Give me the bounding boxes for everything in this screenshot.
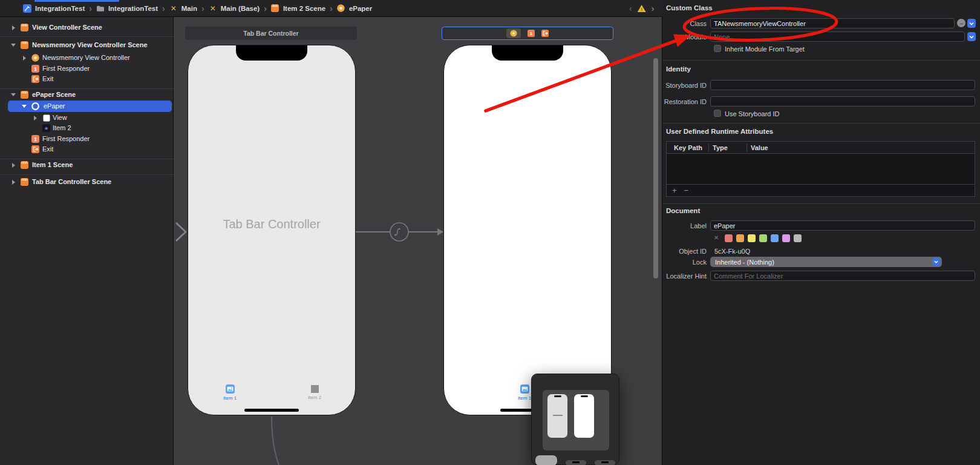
scene-icon	[21, 24, 28, 31]
outline-label: Newsmemory View Controller Scene	[32, 41, 148, 48]
section-divider	[662, 203, 980, 204]
home-indicator	[244, 409, 299, 412]
table-footer: + −	[667, 184, 975, 196]
exit-icon[interactable]	[541, 30, 549, 37]
outline-label: Item 2	[53, 124, 71, 131]
remove-attribute-button[interactable]: −	[684, 186, 689, 195]
jump-to-class-icon[interactable]: →	[957, 19, 965, 27]
xcode-window: IntegrationTest › IntegrationTest › ✕ Ma…	[0, 0, 980, 465]
add-attribute-button[interactable]: +	[672, 186, 677, 195]
color-tag-row: ✕	[714, 234, 895, 242]
runtime-attributes-table[interactable]: Key Path Type Value + −	[666, 141, 975, 197]
breadcrumb-separator: ›	[158, 4, 169, 13]
storyboard-minimap[interactable]	[531, 374, 619, 465]
module-field[interactable]	[710, 31, 965, 42]
section-title-custom-class: Custom Class	[666, 4, 713, 12]
color-swatch[interactable]	[794, 234, 802, 242]
back-button[interactable]: ‹	[629, 0, 632, 17]
outline-row-first-responder[interactable]: 1 First Responder	[0, 134, 174, 145]
class-field[interactable]	[710, 18, 955, 28]
table-header: Key Path Type Value	[667, 142, 975, 154]
storyboard-id-field[interactable]	[710, 80, 975, 90]
outline-divider	[0, 36, 174, 37]
outline-row-epaper-scene[interactable]: ePaper Scene	[0, 90, 174, 101]
disclosure-chevron-icon[interactable]	[12, 180, 15, 185]
color-swatch[interactable]	[748, 234, 756, 242]
breadcrumb-storyboard[interactable]: ✕ Main	[169, 4, 197, 13]
outline-row-newsmemory-scene[interactable]: Newsmemory View Controller Scene	[0, 40, 174, 51]
epaper-header-selected[interactable]: 1	[442, 27, 613, 40]
outline-row-exit[interactable]: Exit	[0, 74, 174, 85]
lock-dropdown[interactable]: Inherited - (Nothing)	[710, 257, 942, 267]
photo-icon	[226, 384, 235, 394]
color-swatch[interactable]	[759, 234, 767, 242]
view-controller-icon	[31, 102, 39, 110]
scene-icon	[21, 91, 28, 99]
outline-row-first-responder[interactable]: 1 First Responder	[0, 64, 174, 74]
device-notch	[492, 45, 563, 61]
forward-button[interactable]: ›	[652, 0, 655, 17]
color-swatch[interactable]	[782, 234, 790, 242]
inherit-module-label: Inherit Module From Target	[725, 45, 805, 53]
disclosure-chevron-icon[interactable]	[11, 44, 16, 47]
first-responder-icon[interactable]: 1	[528, 30, 535, 37]
outline-row-view[interactable]: View	[0, 113, 174, 124]
disclosure-chevron-icon[interactable]	[11, 93, 16, 96]
breadcrumb-separator: ›	[260, 4, 271, 13]
view-icon	[42, 114, 50, 122]
section-title-runtime-attributes: User Defined Runtime Attributes	[666, 128, 773, 135]
outline-row-item1-scene[interactable]: Item 1 Scene	[0, 160, 174, 171]
storyboard-canvas[interactable]: Tab Bar Controller Tab Bar Controller It…	[174, 17, 662, 465]
localizer-hint-field[interactable]	[710, 271, 975, 281]
breadcrumb-label: Main	[181, 5, 197, 12]
outline-row-exit[interactable]: Exit	[0, 144, 174, 155]
disclosure-chevron-icon[interactable]	[34, 116, 37, 120]
tab-bar-item-icon: ★	[42, 124, 50, 132]
tab-bar-controller-device[interactable]: Tab Bar Controller Item 1 Item 2	[188, 45, 356, 415]
view-controller-icon-selected[interactable]	[506, 28, 521, 38]
color-swatch[interactable]	[736, 234, 744, 242]
tab-item-1[interactable]: Item 1	[213, 384, 247, 401]
disclosure-chevron-icon[interactable]	[22, 105, 27, 108]
scene-title: Tab Bar Controller	[243, 30, 298, 37]
vertical-scrollbar[interactable]	[653, 58, 658, 279]
color-swatch[interactable]	[725, 234, 733, 242]
outline-label: First Responder	[42, 135, 90, 142]
disclosure-chevron-icon[interactable]	[23, 56, 26, 61]
tab-item-2[interactable]: Item 2	[298, 385, 332, 400]
disclosure-chevron-icon[interactable]	[12, 163, 15, 168]
tab-bar-controller-header[interactable]: Tab Bar Controller	[185, 27, 357, 40]
breadcrumb-view-controller[interactable]: ePaper	[337, 4, 372, 13]
epaper-device[interactable]: Item 1	[443, 45, 612, 415]
breadcrumb-separator: ›	[325, 4, 337, 13]
outline-row-view-controller-scene[interactable]: View Controller Scene	[0, 22, 174, 33]
breadcrumb-label: IntegrationTest	[35, 5, 85, 12]
inherit-module-checkbox[interactable]	[714, 45, 721, 52]
clear-color-icon[interactable]: ✕	[714, 234, 719, 241]
outline-row-tabbar-scene[interactable]: Tab Bar Controller Scene	[0, 177, 174, 188]
minimap-viewport[interactable]	[543, 390, 609, 450]
document-label-field[interactable]	[710, 220, 975, 231]
use-storyboard-id-checkbox[interactable]	[714, 110, 721, 117]
outline-row-newsmemory-vc[interactable]: Newsmemory View Controller	[0, 53, 174, 64]
module-label: Module	[662, 33, 707, 41]
scene-icon	[21, 178, 28, 186]
outline-row-epaper-selected[interactable]: ePaper	[0, 101, 174, 112]
outline-label: Exit	[42, 145, 53, 153]
module-dropdown-button[interactable]	[967, 32, 976, 41]
tab-item-label: Item 1	[223, 395, 237, 401]
breadcrumb-project[interactable]: IntegrationTest	[23, 4, 85, 13]
disclosure-chevron-icon[interactable]	[12, 25, 15, 30]
view-controller-icon	[31, 54, 39, 62]
breadcrumb-scene[interactable]: Item 2 Scene	[271, 4, 325, 13]
outline-label: View Controller Scene	[32, 24, 102, 31]
restoration-id-field[interactable]	[710, 96, 975, 107]
breadcrumb-storyboard-base[interactable]: ✕ Main (Base)	[209, 4, 260, 13]
outline-row-item2[interactable]: ★ Item 2	[0, 123, 174, 134]
color-swatch[interactable]	[771, 234, 779, 242]
folder-icon	[96, 4, 105, 13]
breadcrumb-folder[interactable]: IntegrationTest	[96, 4, 158, 13]
warning-icon[interactable]: !	[638, 5, 646, 12]
class-dropdown-button[interactable]	[967, 19, 976, 28]
scene-icon	[271, 4, 279, 13]
